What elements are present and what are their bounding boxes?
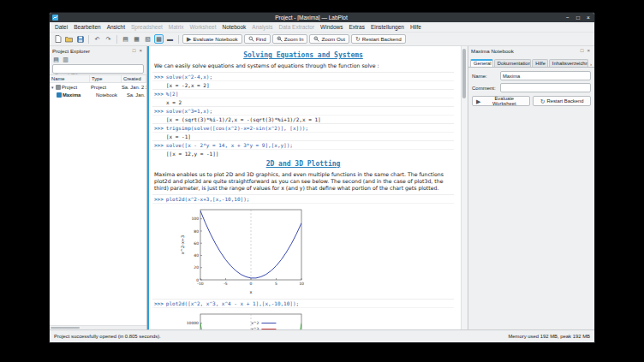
code-cell-input[interactable]: >>> solve([x - 2*y = 14, x + 3*y = 9],[x… — [152, 140, 454, 149]
evaluate-notebook-label: Evaluate Notebook — [193, 36, 237, 42]
code-cell-input[interactable]: >>> plot2d(x^2-x+3,[x,-10,10]); — [152, 194, 454, 203]
refresh-icon: ↻ — [540, 98, 546, 104]
project-explorer-header: Project Explorer □ × — [50, 46, 146, 55]
labplot-window: Project - [Maxima] — LabPlot − □ × Datei… — [49, 12, 595, 343]
notebook-scrollbar[interactable] — [461, 46, 468, 329]
svg-text:-10: -10 — [197, 282, 203, 286]
properties-tabbar: General Dokumentation Hilfe Inhaltsverze… — [468, 55, 594, 68]
plot2d-result-1: -10-50510020406080100xx^2-x+3 — [152, 203, 454, 299]
plot2d-result-2: -10-505101000080006000400020000xx^2x^3x^… — [152, 307, 454, 329]
code-text[interactable]: plot2d([x^2, x^3, x^4 - x + 1],[x,-10,10… — [166, 300, 299, 306]
svg-text:x^2: x^2 — [251, 321, 259, 325]
notebook-viewport: Solving Equations and Systems We can eas… — [147, 46, 461, 329]
code-text[interactable]: plot2d(x^2-x+3,[x,-10,10]); — [166, 196, 250, 202]
main-toolbar: ↶ ↷ ▤ ▦ ▧ ▩ ▬ ▶ Evaluate Notebook Find Z… — [50, 33, 594, 46]
new-project-icon[interactable] — [53, 34, 63, 44]
code-cell-input[interactable]: >>> solve(x^2-4,x); — [152, 72, 454, 80]
code-cell-input[interactable]: >>> trigsimp(solve([cos(x^2)-x=2-sin(x^2… — [152, 123, 454, 132]
menu-item-notebook[interactable]: Notebook — [220, 24, 249, 30]
tab-general[interactable]: General — [470, 59, 493, 67]
notebook-view-toggle-icon[interactable]: ▩ — [154, 34, 164, 44]
name-field[interactable] — [500, 71, 591, 80]
svg-text:0: 0 — [196, 278, 199, 282]
code-cell-output: [x = -1] — [152, 132, 454, 140]
notebook-content[interactable]: Solving Equations and Systems We can eas… — [149, 46, 461, 329]
close-panel-icon[interactable]: × — [585, 48, 592, 53]
status-message: Project successfully opened (in 0.805 se… — [54, 334, 161, 339]
menu-item-einstellungen[interactable]: Einstellungen — [368, 24, 407, 30]
find-label: Find — [256, 36, 266, 42]
evaluate-notebook-button[interactable]: ▶ Evaluate Notebook — [182, 34, 242, 44]
minimize-button[interactable]: − — [564, 14, 571, 21]
project-explorer-title: Project Explorer — [52, 48, 131, 54]
svg-text:20: 20 — [194, 265, 199, 270]
svg-text:x^2-x+3: x^2-x+3 — [180, 235, 185, 254]
toolbar-separator — [178, 35, 179, 44]
tree-header: Name Type Created — [50, 75, 146, 83]
code-text[interactable]: solve([x - 2*y = 14, x + 3*y = 9],[x,y])… — [166, 142, 293, 148]
tab-hilfe[interactable]: Hilfe — [532, 59, 548, 67]
tab-inhaltsverzeichnis[interactable]: Inhaltsverzeichn — [549, 59, 588, 67]
multi-function-chart: -10-505101000080006000400020000xx^2x^3x^… — [178, 311, 307, 329]
menu-item-extras[interactable]: Extras — [346, 24, 367, 30]
code-text[interactable]: trigsimp(solve([cos(x^2)-x=2-sin(x^2)], … — [166, 125, 308, 131]
comment-label: Comment: — [472, 86, 498, 91]
redo-icon[interactable]: ↷ — [104, 34, 113, 44]
code-cell-input[interactable]: >>> plot2d([x^2, x^3, x^4 - x + 1],[x,-1… — [152, 299, 454, 307]
menu-item-windows[interactable]: Windows — [318, 24, 345, 30]
new-spreadsheet-icon[interactable]: ▦ — [132, 34, 141, 44]
new-workbook-icon[interactable]: ▤ — [121, 34, 130, 44]
menu-item-ansicht[interactable]: Ansicht — [104, 24, 128, 30]
code-text[interactable]: %[2] — [166, 91, 178, 97]
tree-row-maxima[interactable]: Maxima Notebook Sa. Jan. 2 18 — [50, 91, 146, 98]
find-button[interactable]: Find — [244, 34, 271, 44]
scrollbar-thumb[interactable] — [51, 327, 80, 329]
restart-backend-dock-button[interactable]: ↻ Restart Backend — [533, 96, 591, 106]
scrollbar-thumb[interactable] — [462, 49, 466, 98]
tree-row-project[interactable]: ▾ Project Project Sa. Jan. 2 18 — [50, 83, 146, 91]
svg-text:-5: -5 — [224, 282, 228, 286]
expand-all-icon[interactable]: ▤ — [52, 56, 60, 63]
zoom-out-icon — [313, 36, 319, 43]
comment-field[interactable] — [500, 83, 591, 92]
svg-text:0: 0 — [250, 282, 253, 286]
statusbar: Project successfully opened (in 0.805 se… — [50, 329, 594, 342]
svg-text:10000: 10000 — [187, 321, 199, 325]
notebook-view: Solving Equations and Systems We can eas… — [147, 46, 468, 329]
restart-backend-button[interactable]: ↻ Restart Backend — [351, 34, 406, 44]
zoom-out-button[interactable]: Zoom Out — [309, 34, 349, 44]
menu-item-datei[interactable]: Datei — [52, 24, 70, 30]
close-button[interactable]: × — [585, 14, 592, 21]
evaluate-worksheet-button[interactable]: ▶ Evaluate Worksheet — [472, 96, 530, 106]
svg-text:60: 60 — [194, 241, 199, 246]
zoom-in-button[interactable]: Zoom In — [272, 34, 308, 44]
close-panel-icon[interactable]: × — [137, 48, 144, 53]
code-text[interactable]: solve(x^2-4,x); — [166, 74, 212, 80]
zoom-in-label: Zoom In — [284, 36, 304, 42]
column-header-created[interactable]: Created — [122, 75, 146, 82]
float-panel-icon[interactable]: □ — [579, 48, 586, 53]
titlebar[interactable]: Project - [Maxima] — LabPlot − □ × — [50, 13, 594, 22]
code-cell-input[interactable]: >>> solve(x^3=1,x); — [152, 106, 454, 115]
column-header-name[interactable]: Name — [50, 75, 90, 82]
save-project-icon[interactable] — [75, 34, 85, 44]
collapse-all-icon[interactable]: ▥ — [62, 56, 69, 63]
tab-overflow-arrow-icon[interactable]: › — [589, 62, 593, 67]
maximize-button[interactable]: □ — [575, 14, 581, 21]
undo-icon[interactable]: ↶ — [92, 34, 102, 44]
open-project-icon[interactable] — [64, 34, 74, 44]
horizontal-scrollbar[interactable] — [50, 325, 146, 329]
new-datasource-icon[interactable]: ▬ — [165, 34, 175, 44]
code-text[interactable]: solve(x^3=1,x); — [166, 108, 212, 114]
menu-item-hilfe[interactable]: Hilfe — [408, 24, 424, 30]
prompt: >>> — [154, 142, 164, 148]
row-created: Sa. Jan. 2 18 — [120, 85, 146, 90]
column-header-type[interactable]: Type — [90, 75, 122, 82]
menu-item-spreadsheet: Spreadsheet — [128, 24, 165, 30]
float-panel-icon[interactable]: □ — [131, 48, 138, 53]
code-cell-input[interactable]: >>> %[2] — [152, 89, 454, 98]
menu-item-bearbeiten[interactable]: Bearbeiten — [71, 24, 103, 30]
new-worksheet-icon[interactable]: ▧ — [143, 34, 152, 44]
row-type: Project — [89, 85, 120, 90]
tab-dokumentation[interactable]: Dokumentation — [494, 59, 532, 67]
